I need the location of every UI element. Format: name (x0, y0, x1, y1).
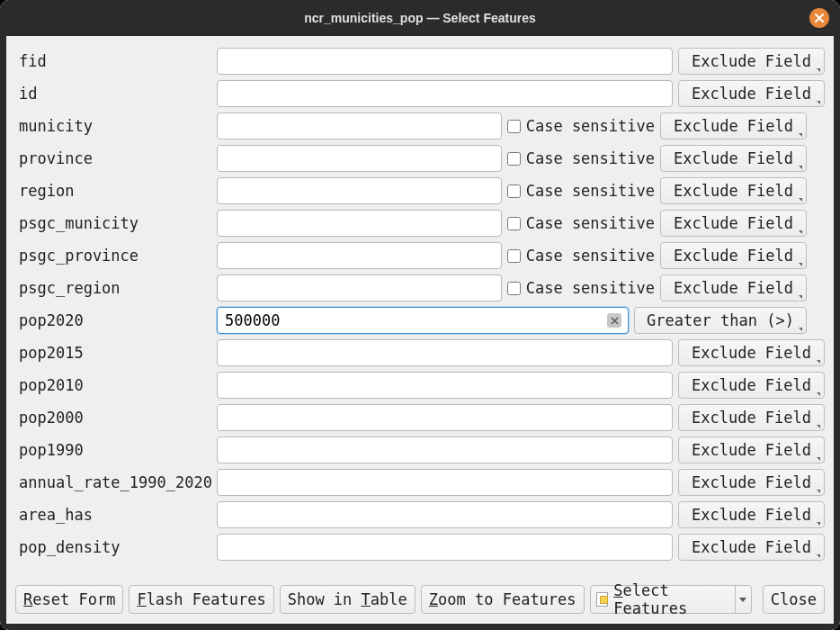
field-label: pop1990 (15, 441, 211, 459)
field-input-psgc_region[interactable] (217, 274, 502, 302)
field-operator-button[interactable]: Exclude Field (678, 80, 825, 107)
case-sensitive-checkbox[interactable]: Case sensitive (507, 117, 655, 135)
clear-input-icon[interactable] (607, 313, 621, 328)
field-label: pop2020 (15, 311, 211, 329)
select-features-dropdown[interactable] (735, 586, 751, 613)
close-button[interactable]: Close (763, 585, 825, 614)
field-input-psgc_municity[interactable] (217, 210, 502, 237)
case-sensitive-checkbox[interactable]: Case sensitive (507, 182, 655, 200)
field-label: psgc_municity (15, 214, 211, 232)
case-sensitive-checkbox[interactable]: Case sensitive (507, 214, 655, 232)
window-close-button[interactable] (809, 8, 829, 28)
field-operator-button[interactable]: Exclude Field (678, 436, 825, 464)
field-operator-button[interactable]: Exclude Field (660, 177, 807, 204)
field-label: id (15, 85, 211, 103)
field-input-pop_density[interactable] (217, 534, 673, 561)
select-features-main[interactable]: Select Features (591, 581, 735, 617)
field-input-pop2010[interactable] (217, 372, 673, 399)
field-label: pop2015 (15, 344, 211, 362)
field-input-municity[interactable] (217, 112, 502, 140)
case-sensitive-label: Case sensitive (526, 247, 655, 265)
field-label: psgc_province (15, 247, 211, 265)
select-features-icon (596, 592, 609, 607)
field-row-municity: municityCase sensitiveExclude Field (15, 112, 825, 140)
field-row-pop2000: pop2000Exclude Field (15, 403, 825, 432)
field-row-area_has: area_hasExclude Field (15, 500, 825, 529)
case-sensitive-checkbox[interactable]: Case sensitive (507, 279, 655, 297)
field-label: region (15, 182, 211, 200)
field-input-area_has[interactable] (217, 501, 673, 528)
field-input-pop2015[interactable] (217, 339, 673, 366)
case-sensitive-checkbox[interactable]: Case sensitive (507, 149, 655, 167)
field-input-fid[interactable] (217, 48, 673, 75)
field-input-pop1990[interactable] (217, 436, 673, 464)
field-label: pop_density (15, 538, 211, 556)
case-sensitive-input[interactable] (507, 282, 521, 295)
field-operator-button[interactable]: Exclude Field (678, 339, 825, 366)
case-sensitive-input[interactable] (507, 152, 521, 166)
field-row-id: idExclude Field (15, 79, 825, 108)
bottom-bar: Reset Form Flash Features Show in Table … (15, 584, 825, 615)
case-sensitive-label: Case sensitive (526, 117, 655, 135)
field-row-pop_density: pop_densityExclude Field (15, 533, 825, 562)
field-operator-button[interactable]: Exclude Field (660, 145, 807, 172)
case-sensitive-input[interactable] (507, 217, 521, 230)
field-row-province: provinceCase sensitiveExclude Field (15, 144, 825, 173)
case-sensitive-label: Case sensitive (526, 214, 655, 232)
field-input-pop2000[interactable] (217, 404, 673, 431)
show-in-table-button[interactable]: Show in Table (280, 585, 416, 614)
field-label: pop2000 (15, 409, 211, 427)
field-operator-button[interactable]: Exclude Field (660, 274, 807, 302)
case-sensitive-label: Case sensitive (526, 182, 655, 200)
field-operator-button[interactable]: Exclude Field (678, 469, 825, 496)
reset-form-button[interactable]: Reset Form (15, 585, 123, 614)
flash-features-button[interactable]: Flash Features (129, 585, 273, 614)
field-label: municity (15, 117, 211, 135)
field-label: annual_rate_1990_2020 (15, 473, 211, 491)
field-row-psgc_region: psgc_regionCase sensitiveExclude Field (15, 274, 825, 302)
fields-container: fidExclude FieldidExclude FieldmunicityC… (15, 47, 825, 573)
case-sensitive-checkbox[interactable]: Case sensitive (507, 247, 655, 265)
field-row-pop2015: pop2015Exclude Field (15, 338, 825, 367)
field-row-fid: fidExclude Field (15, 47, 825, 76)
field-label: psgc_region (15, 279, 211, 297)
case-sensitive-input[interactable] (507, 120, 521, 133)
case-sensitive-label: Case sensitive (526, 279, 655, 297)
field-label: province (15, 149, 211, 167)
field-operator-button[interactable]: Exclude Field (660, 210, 807, 237)
field-input-province[interactable] (217, 145, 502, 172)
select-features-dialog: ncr_municities_pop — Select Features fid… (0, 0, 840, 630)
field-label: pop2010 (15, 376, 211, 394)
field-row-region: regionCase sensitiveExclude Field (15, 176, 825, 205)
field-row-annual_rate_1990_2020: annual_rate_1990_2020Exclude Field (15, 468, 825, 497)
field-row-pop1990: pop1990Exclude Field (15, 436, 825, 464)
field-operator-button[interactable]: Greater than (>) (634, 307, 807, 334)
field-operator-button[interactable]: Exclude Field (678, 372, 825, 399)
case-sensitive-label: Case sensitive (526, 149, 655, 167)
case-sensitive-input[interactable] (507, 184, 521, 198)
field-operator-button[interactable]: Exclude Field (660, 112, 807, 140)
field-operator-button[interactable]: Exclude Field (660, 242, 807, 269)
titlebar: ncr_municities_pop — Select Features (0, 0, 840, 36)
close-icon (814, 13, 825, 23)
field-row-psgc_municity: psgc_municityCase sensitiveExclude Field (15, 209, 825, 238)
field-operator-button[interactable]: Exclude Field (678, 534, 825, 561)
case-sensitive-input[interactable] (507, 249, 521, 263)
field-input-id[interactable] (217, 80, 673, 107)
field-input-psgc_province[interactable] (217, 242, 502, 269)
field-operator-button[interactable]: Exclude Field (678, 404, 825, 431)
field-operator-button[interactable]: Exclude Field (678, 48, 825, 75)
field-label: fid (15, 52, 211, 70)
field-input-pop2020[interactable] (217, 307, 629, 334)
field-operator-button[interactable]: Exclude Field (678, 501, 825, 528)
field-input-wrap (217, 307, 629, 334)
window-title: ncr_municities_pop — Select Features (304, 11, 536, 25)
field-row-pop2010: pop2010Exclude Field (15, 371, 825, 400)
field-row-pop2020: pop2020Greater than (>) (15, 306, 825, 335)
field-label: area_has (15, 506, 211, 524)
zoom-to-features-button[interactable]: Zoom to Features (421, 585, 585, 614)
field-input-annual_rate_1990_2020[interactable] (217, 469, 673, 496)
dialog-content: fidExclude FieldidExclude FieldmunicityC… (0, 36, 840, 630)
select-features-split-button[interactable]: Select Features (590, 585, 752, 614)
field-input-region[interactable] (217, 177, 502, 204)
